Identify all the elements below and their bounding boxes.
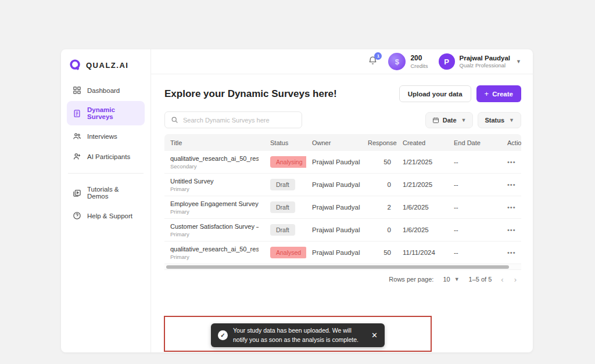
status-badge: Draft [270,179,295,190]
page-title: Explore your Dynamic Surveys here! [164,88,337,100]
survey-title: Untitled Survey [170,178,259,185]
responses-cell: 50 [362,249,397,256]
survey-title: Employee Engagement Survey [170,200,259,207]
table-body: qualitative_research_ai_50_responses_ Se… [164,151,521,264]
table-row[interactable]: qualitative_research_ai_50_responses_ Pr… [164,242,521,264]
responses-cell: 50 [362,158,397,165]
sidebar-item-ai-participants[interactable]: AI Participants [67,147,145,166]
status-badge: Analysing [270,156,306,168]
chevron-down-icon: ▼ [461,117,467,123]
owner-cell: Prajwal Paudyal [306,226,362,233]
sidebar-item-label: Dashboard [87,87,120,94]
owner-cell: Prajwal Paudyal [306,181,362,188]
column-header-status: Status [264,139,306,146]
create-button[interactable]: + Create [476,85,521,102]
pagination-range: 1–5 of 5 [469,276,492,283]
status-badge: Draft [270,224,295,236]
survey-document-icon [73,109,81,118]
sidebar-item-dynamic-surveys[interactable]: Dynamic Surveys [67,101,145,125]
date-filter-label: Date [443,117,457,124]
horizontal-scrollbar[interactable] [164,264,521,269]
survey-subtitle: Primary [170,254,259,260]
calendar-icon [432,117,439,124]
row-actions-menu[interactable]: ••• [501,226,521,233]
avatar: P [439,53,455,70]
sidebar-item-interviews[interactable]: Interviews [67,127,145,146]
rows-per-page-label: Rows per page: [389,276,433,283]
column-header-end-date: End Date [448,139,501,146]
chevron-down-icon: ▼ [509,117,514,123]
row-actions-menu[interactable]: ••• [501,249,521,256]
column-header-title: Title [164,139,264,146]
end-date-cell: -- [448,204,501,211]
survey-title: qualitative_research_ai_50_responses_ [170,155,259,162]
owner-cell: Prajwal Paudyal [306,249,362,256]
responses-cell: 2 [362,204,397,211]
brand-logo[interactable]: QUALZ.AI [67,57,145,81]
user-name: Prajwal Paudyal [460,54,511,62]
credits-display[interactable]: $ 200 Credits [388,53,428,70]
notifications-button[interactable]: 1 [368,56,378,68]
person-plus-icon [73,152,81,161]
column-header-owner: Owner [306,139,362,146]
created-cell: 1/6/2025 [397,226,448,233]
sidebar-item-tutorials[interactable]: Tutorials & Demos [67,181,145,205]
table-header-row: Title Status Owner Responses Created End… [164,134,521,151]
credits-coin-icon: $ [388,53,406,70]
brand-name: QUALZ.AI [86,61,128,70]
create-button-label: Create [492,91,513,98]
upload-data-button[interactable]: Upload your data [399,85,471,102]
search-icon [171,116,178,124]
toast-message: Your study data has been uploaded. We wi… [233,326,364,344]
sidebar-divider [68,173,144,174]
table-row[interactable]: qualitative_research_ai_50_responses_ Se… [164,151,521,174]
row-actions-menu[interactable]: ••• [501,181,521,188]
table-row[interactable]: Untitled Survey Primary Draft Prajwal Pa… [164,174,521,196]
user-role: Qualz Professional [460,62,511,69]
close-icon[interactable]: ✕ [369,331,378,340]
credits-value: 200 [410,54,428,62]
survey-subtitle: Primary [170,186,259,192]
table-row[interactable]: Employee Engagement Survey Primary Draft… [164,196,521,219]
column-header-created: Created [397,139,448,146]
end-date-cell: -- [448,181,501,188]
responses-cell: 0 [362,226,397,233]
previous-page-button[interactable]: ‹ [501,275,503,284]
chevron-down-icon: ▼ [454,276,460,282]
row-actions-menu[interactable]: ••• [501,204,521,211]
sidebar-item-dashboard[interactable]: Dashboard [67,81,145,100]
end-date-cell: -- [448,249,501,256]
survey-subtitle: Primary [170,208,259,215]
column-header-actions: Actions [501,139,521,146]
table-row[interactable]: Customer Satisfaction Survey – Produc Pr… [164,219,521,242]
next-page-button[interactable]: › [514,275,517,284]
search-box [164,111,302,128]
scrollbar-thumb[interactable] [166,265,509,269]
survey-subtitle: Secondary [170,163,259,170]
survey-subtitle: Primary [170,231,259,237]
end-date-cell: -- [448,158,501,165]
status-badge: Analysed [270,247,306,258]
search-input[interactable] [183,117,296,124]
sidebar-item-label: Help & Support [87,212,132,219]
sidebar-item-help[interactable]: Help & Support [67,206,145,225]
status-badge: Draft [270,201,295,213]
sidebar-item-label: Interviews [87,133,117,140]
date-filter-button[interactable]: Date ▼ [425,112,474,128]
status-filter-label: Status [485,117,504,124]
rows-per-page-value: 10 [443,276,450,283]
sidebar-item-label: Dynamic Surveys [87,106,139,120]
rows-per-page-select[interactable]: 10 ▼ [443,276,459,283]
status-filter-button[interactable]: Status ▼ [478,112,521,128]
surveys-table: Title Status Owner Responses Created End… [164,134,521,289]
qualz-logo-icon [69,59,82,71]
credits-label: Credits [410,63,428,69]
row-actions-menu[interactable]: ••• [501,158,521,165]
sidebar: QUALZ.AI Dashboard Dynamic Surveys Inter… [61,49,151,352]
people-icon [73,132,81,140]
user-profile-menu[interactable]: P Prajwal Paudyal Qualz Professional ▼ [439,53,522,70]
survey-title: qualitative_research_ai_50_responses_ [170,246,259,253]
app-window: QUALZ.AI Dashboard Dynamic Surveys Inter… [61,49,533,352]
owner-cell: Prajwal Paudyal [306,158,362,165]
toast-notification: ✓ Your study data has been uploaded. We … [211,323,385,347]
